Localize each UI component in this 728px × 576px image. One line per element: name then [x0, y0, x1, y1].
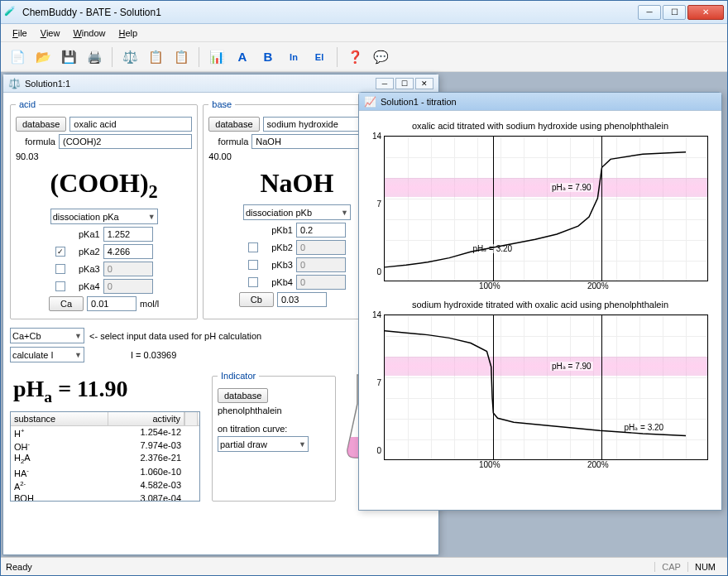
- activity-row[interactable]: OH-7.974e-03: [11, 439, 199, 453]
- open-icon[interactable]: 📂: [31, 46, 55, 69]
- activity-header-activity[interactable]: activity: [108, 412, 184, 425]
- indicator-name: phenolphthalein: [218, 406, 282, 415]
- acid-pk4-label: pKa4: [69, 281, 100, 291]
- input-data-hint: <- select input data used for pH calcula…: [89, 331, 261, 341]
- indicator-legend: Indicator: [218, 371, 259, 381]
- child1-title: Solution1:1: [25, 79, 70, 89]
- csv-icon[interactable]: 📊: [205, 46, 228, 69]
- acid-ca-input[interactable]: [87, 296, 136, 311]
- acid-pk4-checkbox[interactable]: [55, 281, 65, 291]
- maximize-button[interactable]: ☐: [663, 5, 686, 20]
- chart2: pHₐ = 7.90pHₐ = 3.20: [384, 314, 708, 460]
- activity-row[interactable]: HA-1.060e-10: [11, 466, 199, 479]
- base-dissociation-select[interactable]: dissociation pKb▼: [243, 204, 351, 220]
- base-pk3-label: pKb3: [261, 260, 293, 270]
- acid-pk1-input[interactable]: [103, 227, 153, 242]
- save-icon[interactable]: 💾: [57, 46, 80, 69]
- db-b-icon[interactable]: B: [256, 46, 280, 69]
- acid-ca-button[interactable]: Ca: [49, 296, 84, 311]
- status-cap: CAP: [654, 562, 687, 572]
- status-ready: Ready: [6, 562, 32, 572]
- menu-bar: File View Window Help: [1, 24, 727, 42]
- base-cb-button[interactable]: Cb: [239, 292, 274, 307]
- chevron-down-icon: ▼: [74, 332, 82, 340]
- indicator-curve-label: on titration curve:: [218, 424, 287, 434]
- menu-help[interactable]: Help: [113, 26, 145, 41]
- acid-pk3-label: pKa3: [69, 264, 100, 274]
- chevron-down-icon: ▼: [299, 440, 306, 449]
- menu-window[interactable]: Window: [66, 26, 112, 41]
- base-cb-input[interactable]: [277, 292, 327, 307]
- activity-row[interactable]: H2A2.376e-21: [11, 452, 199, 466]
- db-el-icon[interactable]: El: [308, 46, 331, 69]
- acid-mw: 90.03: [16, 151, 192, 161]
- base-pk3-checkbox[interactable]: [248, 260, 258, 270]
- info-icon[interactable]: 💬: [369, 46, 392, 69]
- base-pk4-input: [296, 275, 346, 290]
- window-title: ChemBuddy - BATE - Solution1: [22, 7, 638, 18]
- activity-rows[interactable]: H+1.254e-12OH-7.974e-03H2A2.376e-21HA-1.…: [11, 426, 199, 501]
- child1-close[interactable]: ✕: [415, 78, 433, 89]
- close-button[interactable]: ✕: [687, 5, 724, 20]
- indicator-database-button[interactable]: database: [218, 388, 268, 403]
- acid-database-button[interactable]: database: [16, 117, 66, 132]
- acid-group: acid database formula 90.03 (COOH)2 diss…: [10, 99, 198, 319]
- child1-minimize[interactable]: ─: [376, 78, 394, 89]
- calculate-select[interactable]: calculate I▼: [10, 347, 84, 362]
- chevron-down-icon: ▼: [74, 351, 82, 359]
- child2-title: Solution1 - titration: [381, 97, 457, 107]
- ph-display: pHa = 11.90: [10, 371, 205, 411]
- child1-maximize[interactable]: ☐: [395, 78, 414, 89]
- chart1: pHₐ = 7.90pHₐ = 3.20: [384, 136, 708, 281]
- db-in-icon[interactable]: In: [282, 46, 305, 69]
- acid-pk2-checkbox[interactable]: ✓: [55, 247, 65, 257]
- child2-title-bar: 📈 Solution1 - titration: [359, 93, 721, 111]
- base-database-button[interactable]: database: [208, 117, 259, 132]
- chart1-title: oxalic acid titrated with sodium hydroxi…: [369, 121, 711, 131]
- acid-dissociation-select[interactable]: dissociation pKa▼: [50, 209, 158, 224]
- help-icon[interactable]: ❓: [343, 46, 366, 69]
- activity-row[interactable]: BOH3.087e-04: [11, 492, 199, 501]
- acid-legend: acid: [16, 99, 39, 109]
- acid-pk2-input[interactable]: [103, 244, 153, 259]
- page2-icon[interactable]: 📋: [170, 46, 193, 69]
- acid-pk2-label: pKa2: [69, 247, 100, 257]
- chevron-down-icon: ▼: [148, 213, 156, 221]
- base-pk1-input[interactable]: [296, 223, 346, 238]
- acid-name-input[interactable]: [69, 117, 192, 132]
- acid-ca-unit: mol/l: [140, 299, 159, 309]
- acid-pk3-checkbox[interactable]: [55, 264, 65, 274]
- ionic-strength-value: I = 0.03969: [131, 350, 176, 360]
- new-icon[interactable]: 📄: [6, 46, 29, 69]
- toolbar: 📄 📂 💾 🖨️ ⚖️ 📋 📋 📊 A B In El ❓ 💬: [1, 42, 727, 72]
- status-num: NUM: [687, 562, 722, 572]
- print-icon[interactable]: 🖨️: [83, 46, 106, 69]
- balance-icon: ⚖️: [8, 78, 21, 89]
- balance-icon[interactable]: ⚖️: [118, 46, 141, 69]
- page1-icon[interactable]: 📋: [144, 46, 167, 69]
- minimize-button[interactable]: ─: [638, 5, 661, 20]
- menu-view[interactable]: View: [34, 26, 67, 41]
- chart-icon: 📈: [364, 96, 376, 108]
- activity-row[interactable]: H+1.254e-12: [11, 426, 199, 439]
- acid-pk4-input: [103, 279, 153, 294]
- input-data-select[interactable]: Ca+Cb▼: [10, 328, 84, 343]
- acid-formula-display: (COOH)2: [16, 161, 192, 206]
- base-pk4-checkbox[interactable]: [248, 277, 258, 287]
- base-legend: base: [208, 99, 235, 109]
- indicator-curve-select[interactable]: partial draw▼: [218, 436, 309, 452]
- db-a-icon[interactable]: A: [231, 46, 254, 69]
- activity-row[interactable]: A2-4.582e-03: [11, 479, 199, 492]
- base-formula-label: formula: [208, 137, 248, 146]
- activity-table: substance activity H+1.254e-12OH-7.974e-…: [10, 411, 200, 502]
- child1-title-bar: ⚖️ Solution1:1 ─ ☐ ✕: [3, 74, 438, 93]
- activity-header-substance[interactable]: substance: [11, 412, 108, 425]
- status-bar: Ready CAP NUM: [1, 557, 727, 575]
- base-pk2-checkbox[interactable]: [248, 242, 258, 252]
- indicator-group: Indicator database phenolphthalein on ti…: [212, 371, 336, 502]
- base-pk2-label: pKb2: [261, 242, 293, 252]
- acid-pk3-input: [103, 262, 153, 276]
- menu-file[interactable]: File: [6, 26, 34, 41]
- app-icon: 🧪: [4, 6, 17, 19]
- acid-formula-input[interactable]: [59, 134, 192, 149]
